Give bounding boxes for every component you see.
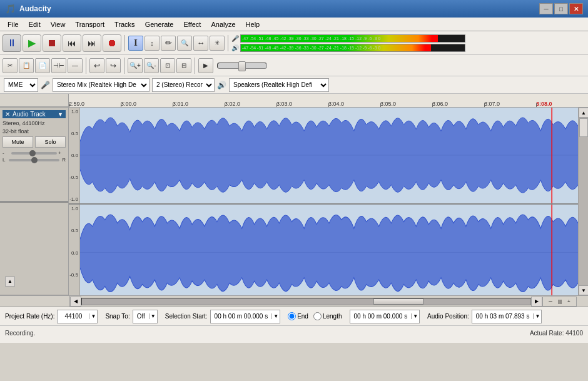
stop-button[interactable]: ⏹: [43, 34, 61, 52]
zoom-in-button[interactable]: 🔍+: [128, 58, 143, 73]
snap-to-field: Snap To: Off ▼: [105, 310, 157, 323]
time-tick: 3:04.0: [328, 101, 344, 107]
length-radio-label[interactable]: Length: [313, 312, 342, 320]
play-at-speed-button[interactable]: ▶: [198, 58, 213, 73]
solo-button[interactable]: Solo: [35, 136, 66, 148]
trim-button[interactable]: ⊣⊢: [51, 58, 66, 73]
gain-row: - +: [3, 150, 66, 156]
level-label: -47 -54 -51 -48 -45 -42 -39 -36 -33 -30 …: [242, 36, 380, 41]
project-rate-field: Project Rate (Hz): ▼: [5, 310, 98, 323]
time-tick: 3:05.0: [380, 101, 396, 107]
waveform-scale-lower: 1.0 0.5 0.0 -0.5 -1.0: [69, 205, 80, 295]
cut-button[interactable]: ✂: [3, 58, 18, 73]
end-value-dropdown[interactable]: ▼: [411, 313, 419, 319]
scroll-left-button[interactable]: ◀: [70, 297, 81, 307]
undo-button[interactable]: ↩: [89, 58, 104, 73]
pan-slider[interactable]: [9, 159, 59, 161]
scroll-track[interactable]: [579, 118, 588, 285]
minimize-button[interactable]: ─: [539, 3, 553, 14]
actual-rate-text: Actual Rate: 44100: [530, 330, 583, 337]
project-rate-dropdown[interactable]: ▼: [89, 313, 97, 319]
copy-button[interactable]: 📋: [19, 58, 34, 73]
scroll-right-button[interactable]: ▶: [531, 297, 542, 307]
skip-forward-button[interactable]: ⏭: [83, 34, 101, 52]
pan-l-label: L: [3, 157, 8, 163]
horizontal-scrollbar: ◀ ▶ ─ ||| +: [0, 295, 588, 307]
input-channels-select[interactable]: 2 (Stereo) Recor: [152, 78, 215, 92]
time-tick: 3:01.0: [173, 101, 188, 107]
gain-slider[interactable]: [11, 152, 57, 155]
input-device-select[interactable]: Stereo Mix (Realtek High De: [53, 78, 150, 92]
separator: [124, 35, 125, 51]
menu-tracks[interactable]: Tracks: [109, 19, 140, 29]
maximize-button[interactable]: □: [554, 3, 568, 14]
play-button[interactable]: ▶: [23, 34, 41, 52]
envelope-tool-button[interactable]: ↕: [144, 36, 160, 51]
menu-file[interactable]: File: [3, 19, 24, 29]
h-scroll-thumb[interactable]: [373, 298, 423, 305]
timeshift-tool-button[interactable]: ↔: [193, 36, 208, 51]
menu-help[interactable]: Help: [241, 19, 265, 29]
track-info-line2: 32-bit float: [3, 128, 66, 135]
snap-to-label: Snap To:: [105, 313, 129, 320]
zoom-in-small[interactable]: +: [567, 298, 570, 304]
scroll-thumb[interactable]: [579, 118, 588, 137]
collapse-button[interactable]: ▲: [5, 277, 15, 287]
silence-button[interactable]: —: [68, 58, 83, 73]
time-tick: 3:00.0: [121, 101, 136, 107]
track-close-button[interactable]: ✕: [5, 111, 10, 118]
zoom-tool-button[interactable]: 🔍: [177, 36, 192, 51]
h-scroll-track[interactable]: [81, 298, 531, 305]
input-level-meter: -47 -54 -51 -48 -45 -42 -39 -36 -33 -30 …: [240, 34, 465, 43]
track-info-line1: Stereo, 44100Hz: [3, 120, 66, 126]
menu-generate[interactable]: Generate: [140, 19, 179, 29]
end-radio[interactable]: [288, 312, 296, 320]
multi-tool-button[interactable]: ✳: [210, 36, 225, 51]
zoom-level: |||: [554, 298, 566, 304]
snap-to-dropdown[interactable]: ▼: [149, 313, 157, 319]
end-radio-label[interactable]: End: [288, 312, 308, 320]
close-button[interactable]: ✕: [569, 3, 583, 14]
redo-button[interactable]: ↪: [106, 58, 121, 73]
scroll-up-button[interactable]: ▲: [579, 108, 588, 118]
app-icon: 🎵: [5, 4, 16, 14]
zoom-fit-button[interactable]: ⊡: [160, 58, 175, 73]
menu-effect[interactable]: Effect: [179, 19, 206, 29]
input-level-icon: 🎤: [231, 35, 239, 42]
pause-button[interactable]: ⏸: [3, 34, 21, 52]
track-header-upper: ✕ Audio Track ▼ Stereo, 44100Hz 32-bit f…: [0, 108, 68, 201]
input-icon: 🎤: [41, 81, 50, 89]
rate-bar: Project Rate (Hz): ▼ Snap To: Off ▼ Sele…: [0, 307, 588, 326]
length-radio[interactable]: [313, 312, 322, 320]
zoom-out-button[interactable]: 🔍-: [144, 58, 159, 73]
track-dropdown-arrow[interactable]: ▼: [58, 111, 63, 118]
pencil-tool-button[interactable]: ✏: [161, 36, 176, 51]
vertical-scrollbar: ▲ ▼: [578, 108, 588, 295]
level-label2: -47 -54 -51 -48 -45 -42 -39 -36 -33 -30 …: [242, 46, 380, 50]
skip-back-button[interactable]: ⏮: [63, 34, 81, 52]
project-rate-control: ▼: [57, 310, 98, 323]
zoom-out-small[interactable]: ─: [549, 298, 552, 304]
menu-transport[interactable]: Transport: [70, 19, 109, 29]
menu-edit[interactable]: Edit: [24, 19, 46, 29]
waveform-area: 1.0 0.5 0.0 -0.5 -1.0 // This is SVG con…: [69, 108, 578, 295]
audio-position-dropdown[interactable]: ▼: [533, 313, 541, 319]
speed-slider[interactable]: [217, 63, 267, 69]
menu-view[interactable]: View: [46, 19, 71, 29]
scroll-down-button[interactable]: ▼: [579, 285, 588, 295]
audio-position-label: Audio Position:: [427, 313, 469, 320]
menu-analyze[interactable]: Analyze: [206, 19, 240, 29]
host-select[interactable]: MME: [4, 78, 38, 92]
separator5: [195, 58, 195, 74]
time-ruler: 2:59.0 3:00.0 3:01.0 3:02.0 3:03.0 3:04.…: [69, 94, 588, 108]
project-rate-input[interactable]: [58, 310, 89, 323]
output-device-select[interactable]: Speakers (Realtek High Defi: [229, 78, 329, 92]
record-button[interactable]: ⏺: [103, 34, 121, 52]
mute-button[interactable]: Mute: [3, 136, 33, 148]
selection-start-dropdown[interactable]: ▼: [271, 313, 280, 319]
paste-button[interactable]: 📄: [35, 58, 50, 73]
menu-bar: File Edit View Transport Tracks Generate…: [0, 18, 588, 31]
zoom-sel-button[interactable]: ⊟: [176, 58, 191, 73]
selection-tool-button[interactable]: I: [128, 36, 143, 51]
track-title-bar: ✕ Audio Track ▼: [3, 110, 66, 118]
